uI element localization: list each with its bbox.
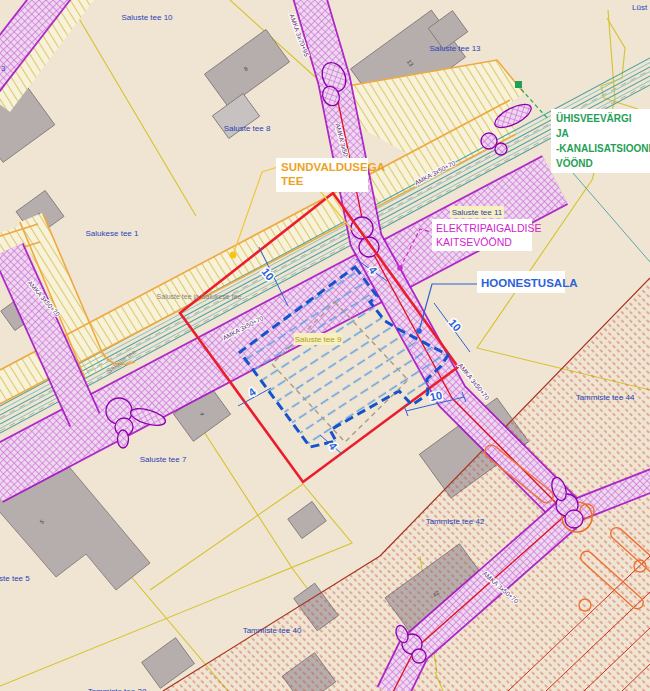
parcel-label: Tammiste tee 42 (426, 517, 485, 526)
callout-text: TEE (281, 175, 304, 187)
callout-text: HOONESTUSALA (481, 277, 577, 289)
parcel-label: Saluste tee 11 (452, 208, 503, 217)
map-canvas: 8 13 1 4 5 42 42 (0, 0, 650, 691)
electrical-zone-dot (397, 265, 403, 271)
callout-elektripaigaldise: ELEKTRIPAIGALDISE KAITSEVÖÖND (432, 219, 541, 251)
callout-hoonestusala: HOONESTUSALA (477, 271, 577, 293)
detail-plan-map: 8 13 1 4 5 42 42 (0, 0, 650, 691)
callout-text: ÜHISVEEVÄRGI (556, 112, 632, 124)
parcel-label-saluste9: Saluste tee 9 (295, 335, 342, 344)
parcel-label: Tammiste tee 44 (576, 393, 635, 402)
parcel-label: Tammiste tee 40 (243, 626, 302, 635)
road-leader-dot (230, 252, 237, 259)
callout-text: VÖÖND (556, 157, 593, 169)
dim-label: 10 (429, 389, 443, 403)
callout-text: KAITSEVÖÖND (436, 236, 512, 248)
parcel-label: Saluste tee 10 (121, 13, 173, 22)
building-area-dot (416, 328, 422, 334)
parcel-label: Saluste tee 8 (224, 124, 271, 133)
callout-uhisveevargi: ÜHISVEEVÄRGI JA -KANALISATSIOONI VÖÖND (551, 109, 650, 173)
parcel-label: Lüst (632, 3, 648, 12)
parcel-label: Saluste tee 7 (140, 455, 187, 464)
water-zone-marker (515, 81, 522, 88)
callout-text: -KANALISATSIOONI (556, 143, 650, 154)
parcel-label: Saluste tee 5 (0, 574, 30, 583)
callout-text: ELEKTRIPAIGALDISE (436, 222, 541, 234)
callout-text: SUNDVALDUSEGA (281, 161, 385, 173)
parcel-label: Saluste tee 13 (429, 44, 481, 53)
parcel-label: Tammiste tee 38 (88, 687, 147, 691)
road-parcel-label: Saluste tee ja Salukese tee (157, 293, 242, 301)
parcel-label: Salukese tee 1 (86, 229, 139, 238)
callout-text: JA (556, 128, 569, 139)
parcel-label: 3 (1, 64, 6, 73)
